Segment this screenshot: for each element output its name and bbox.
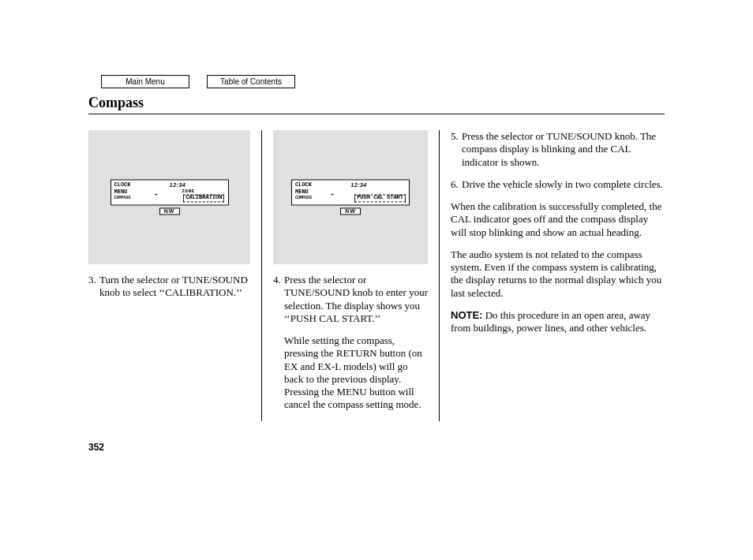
page-title: Compass bbox=[88, 95, 665, 114]
knob-icon: ➠ bbox=[331, 192, 334, 199]
clock-label: CLOCK bbox=[114, 182, 131, 189]
clock-time: 12:34 bbox=[170, 182, 185, 189]
lcd-highlight: CALIBRATION bbox=[183, 195, 224, 203]
step-number: 5. bbox=[451, 130, 462, 169]
manual-page: Main Menu Table of Contents Compass CLOC… bbox=[88, 75, 665, 421]
note-label: NOTE: bbox=[451, 309, 482, 321]
step-number: 6. bbox=[451, 178, 462, 191]
column-1: CLOCK 12:34 MENU COMPASS ➠ ZONE bbox=[88, 130, 262, 421]
zone-label: ZONE bbox=[182, 189, 194, 194]
completion-paragraph: When the calibration is successfully com… bbox=[451, 200, 665, 239]
step-4: 4. Press the selector or TUNE/SOUND knob… bbox=[273, 274, 428, 325]
clock-time: 12:34 bbox=[350, 182, 366, 189]
step-text: Turn the selector or TUNE/SOUND knob to … bbox=[99, 274, 250, 300]
lcd-display: CLOCK 12:34 MENU COMPASS ➠ bbox=[291, 179, 410, 205]
step-text: Press the selector or TUNE/SOUND knob. T… bbox=[462, 130, 665, 169]
audio-system-paragraph: The audio system is not related to the c… bbox=[451, 248, 665, 300]
direction-badge: NW bbox=[340, 208, 361, 215]
step-6: 6. Drive the vehicle slowly in two compl… bbox=[451, 178, 665, 191]
step-number: 4. bbox=[273, 274, 284, 325]
step-text: Drive the vehicle slowly in two complete… bbox=[462, 178, 663, 191]
lcd-highlight: PUSH CAL START bbox=[354, 195, 406, 203]
step-text: Press the selector or TUNE/SOUND knob to… bbox=[284, 274, 428, 325]
column-3: 5. Press the selector or TUNE/SOUND knob… bbox=[440, 130, 665, 421]
illustration-calibration: CLOCK 12:34 MENU COMPASS ➠ ZONE bbox=[88, 130, 250, 264]
toc-button[interactable]: Table of Contents bbox=[207, 75, 295, 88]
main-menu-button[interactable]: Main Menu bbox=[101, 75, 189, 88]
lcd-display: CLOCK 12:34 MENU COMPASS ➠ ZONE bbox=[111, 179, 229, 205]
note-paragraph: NOTE: Do this procedure in an open area,… bbox=[451, 309, 665, 335]
step-5: 5. Press the selector or TUNE/SOUND knob… bbox=[451, 130, 665, 169]
knob-icon: ➠ bbox=[155, 192, 158, 199]
step-3: 3. Turn the selector or TUNE/SOUND knob … bbox=[88, 274, 250, 300]
nav-row: Main Menu Table of Contents bbox=[101, 75, 665, 88]
compass-label: COMPASS bbox=[114, 196, 131, 201]
direction-badge: NW bbox=[159, 208, 180, 215]
illustration-push-cal: CLOCK 12:34 MENU COMPASS ➠ bbox=[273, 130, 428, 264]
page-number: 352 bbox=[88, 442, 104, 453]
clock-label: CLOCK bbox=[295, 182, 312, 189]
content-columns: CLOCK 12:34 MENU COMPASS ➠ ZONE bbox=[88, 130, 665, 421]
step-number: 3. bbox=[88, 274, 99, 300]
menu-label: MENU bbox=[114, 189, 128, 195]
menu-label: MENU bbox=[295, 189, 309, 195]
column-2: CLOCK 12:34 MENU COMPASS ➠ bbox=[262, 130, 440, 421]
step-4-note: While setting the compass, pressing the … bbox=[284, 334, 428, 412]
compass-label: COMPASS bbox=[295, 196, 312, 201]
